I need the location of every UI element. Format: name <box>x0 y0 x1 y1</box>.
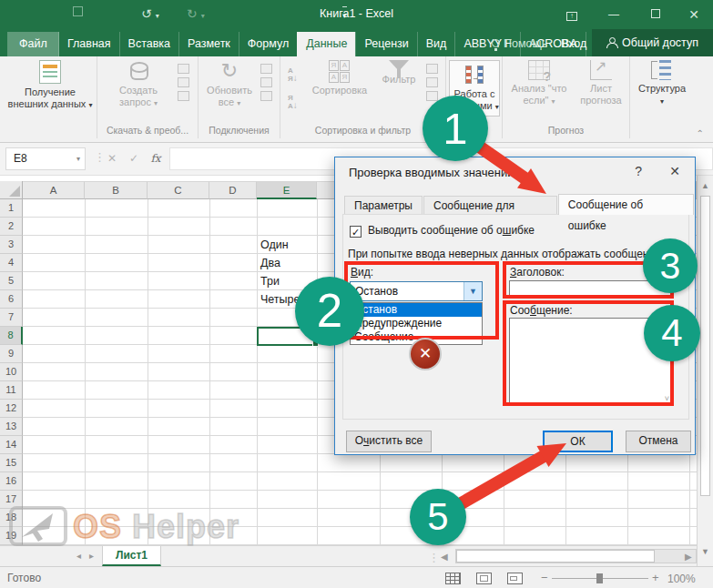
sheet-next-icon[interactable]: ▸ <box>89 551 94 561</box>
dialog-tab-Сообщение об ошибке[interactable]: Сообщение об ошибке <box>558 194 694 215</box>
ribbon-tab-Вид[interactable]: Вид <box>417 32 455 56</box>
ok-button[interactable]: ОК <box>543 431 613 452</box>
sign-in-button[interactable]: Вход <box>561 32 586 56</box>
scroll-right-icon[interactable]: ▶ <box>685 552 692 562</box>
tab-help[interactable]: Помощь <box>492 32 547 56</box>
zoom-out-icon[interactable]: − <box>541 571 548 584</box>
close-icon[interactable]: ✕ <box>678 0 709 29</box>
row-header-5[interactable]: 5 <box>0 272 23 290</box>
row-header-15[interactable]: 15 <box>0 454 23 472</box>
row-header-16[interactable]: 16 <box>0 472 23 491</box>
vertical-scroll-thumb[interactable] <box>700 196 710 496</box>
row-header-10[interactable]: 10 <box>0 363 23 381</box>
row-header-13[interactable]: 13 <box>0 418 23 436</box>
from-table-icon[interactable] <box>178 77 189 87</box>
dialog-close-icon[interactable]: ✕ <box>669 164 680 178</box>
outline-button[interactable]: Структура▾ <box>633 60 691 107</box>
filter-tools-icons <box>426 64 438 101</box>
row-header-11[interactable]: 11 <box>0 381 23 400</box>
sheet-tab[interactable]: Лист1 <box>102 546 161 566</box>
what-if-button[interactable]: Анализ "что если" ▾ <box>506 60 572 107</box>
horizontal-scroll-track[interactable] <box>455 549 697 563</box>
column-header-E[interactable]: E <box>257 181 317 199</box>
sort-asc-icon[interactable]: АЯ↓ <box>288 67 298 83</box>
share-button[interactable]: Общий доступ <box>592 29 713 56</box>
gridline <box>209 199 210 545</box>
cell-E4[interactable]: Два <box>260 254 280 272</box>
edit-links-icon[interactable] <box>260 91 272 101</box>
advanced-filter-icon[interactable] <box>426 91 438 101</box>
column-header-A[interactable]: A <box>23 181 85 199</box>
ribbon-tab-Рецензи[interactable]: Рецензи <box>355 32 416 56</box>
collapse-ribbon-icon[interactable]: ⌃ <box>697 128 704 138</box>
reapply-filter-icon[interactable] <box>426 77 438 87</box>
column-header-D[interactable]: D <box>209 181 257 199</box>
page-layout-view-icon[interactable] <box>476 573 492 584</box>
clear-all-button[interactable]: Очистить все <box>346 431 432 452</box>
minimize-icon[interactable]: — <box>598 0 629 29</box>
row-header-8[interactable]: 8 <box>0 327 23 345</box>
scrollbar-splitter[interactable]: ⋮ <box>428 551 440 564</box>
show-error-checkbox-row[interactable]: ✓Выводить сообщение об ошибке <box>350 224 535 237</box>
ribbon-group-connections: ↻ Обновить все ▾ Подключения <box>199 56 280 138</box>
scroll-up-icon[interactable]: ▲ <box>698 181 713 190</box>
vertical-scrollbar[interactable]: ▲ ▼ <box>697 176 713 566</box>
forecast-sheet-button[interactable]: Лист прогноза <box>574 60 628 106</box>
maximize-icon[interactable] <box>640 0 671 29</box>
sort-button[interactable]: ЯААЯ Сортировка <box>308 60 372 96</box>
sort-desc-icon[interactable]: ЯА↓ <box>288 95 298 110</box>
cancel-entry-icon[interactable]: ✕ <box>102 147 122 170</box>
tab-file[interactable]: Файл <box>7 32 59 56</box>
cell-E3[interactable]: Один <box>260 236 289 254</box>
cell-E5[interactable]: Три <box>260 272 280 290</box>
dialog-tab-Сообщение для ввода[interactable]: Сообщение для ввода <box>423 196 557 215</box>
row-header-4[interactable]: 4 <box>0 254 23 272</box>
cancel-button[interactable]: Отмена <box>626 431 691 452</box>
row-header-14[interactable]: 14 <box>0 436 23 454</box>
row-header-6[interactable]: 6 <box>0 290 23 309</box>
ribbon-tab-Данные[interactable]: Данные <box>297 32 355 56</box>
column-header-C[interactable]: C <box>148 181 209 199</box>
cell-E6[interactable]: Четыре <box>260 290 300 309</box>
row-header-7[interactable]: 7 <box>0 309 23 327</box>
ribbon-display-options-icon[interactable]: ↑ <box>556 0 587 29</box>
ribbon-tab-bar: Файл ГлавнаяВставкаРазметкФормулДанныеРе… <box>0 29 713 56</box>
checkbox-label: Выводить сообщение об ошибке <box>368 224 535 237</box>
horizontal-scroll-thumb[interactable] <box>456 550 655 563</box>
select-all-corner[interactable] <box>0 181 23 199</box>
dialog-help-icon[interactable]: ? <box>635 164 642 178</box>
ribbon-tab-Разметк[interactable]: Разметк <box>178 32 239 56</box>
connections-icon[interactable] <box>260 64 272 74</box>
name-box[interactable]: E8▾ <box>5 147 86 170</box>
recent-sources-icon[interactable] <box>178 91 189 101</box>
new-query-button[interactable]: Создать запрос ▾ <box>105 60 172 109</box>
sheet-prev-icon[interactable]: ◂ <box>76 551 81 561</box>
row-header-2[interactable]: 2 <box>0 218 23 236</box>
page-break-view-icon[interactable] <box>507 573 523 584</box>
ribbon-tab-Формул[interactable]: Формул <box>239 32 297 56</box>
refresh-all-button[interactable]: ↻ Обновить все ▾ <box>200 60 259 109</box>
ribbon-tab-Вставка[interactable]: Вставка <box>119 32 178 56</box>
scroll-down-icon[interactable]: ▼ <box>698 547 713 556</box>
insert-function-icon[interactable]: fx <box>146 147 166 170</box>
zoom-in-icon[interactable]: + <box>652 571 659 584</box>
row-header-9[interactable]: 9 <box>0 345 23 363</box>
row-header-3[interactable]: 3 <box>0 236 23 254</box>
confirm-entry-icon[interactable]: ✓ <box>124 147 144 170</box>
clear-filter-icon[interactable] <box>426 64 438 74</box>
zoom-level[interactable]: 100% <box>667 573 696 585</box>
dialog-tab-Параметры[interactable]: Параметры <box>344 196 423 215</box>
scroll-left-icon[interactable]: ◀ <box>441 552 448 562</box>
ribbon-tab-Главная[interactable]: Главная <box>58 32 119 56</box>
properties-icon[interactable] <box>260 77 272 87</box>
row-header-12[interactable]: 12 <box>0 400 23 418</box>
checkbox-checked-icon[interactable]: ✓ <box>350 226 362 238</box>
filter-button[interactable]: Фильтр <box>373 60 424 86</box>
column-header-B[interactable]: B <box>85 181 148 199</box>
get-external-data-button[interactable]: Получение внешних данных ▾ <box>7 60 93 111</box>
zoom-slider-thumb[interactable] <box>596 573 603 583</box>
person-icon <box>606 37 617 48</box>
row-header-1[interactable]: 1 <box>0 199 23 218</box>
normal-view-icon[interactable] <box>445 573 461 584</box>
show-queries-icon[interactable] <box>178 64 189 74</box>
